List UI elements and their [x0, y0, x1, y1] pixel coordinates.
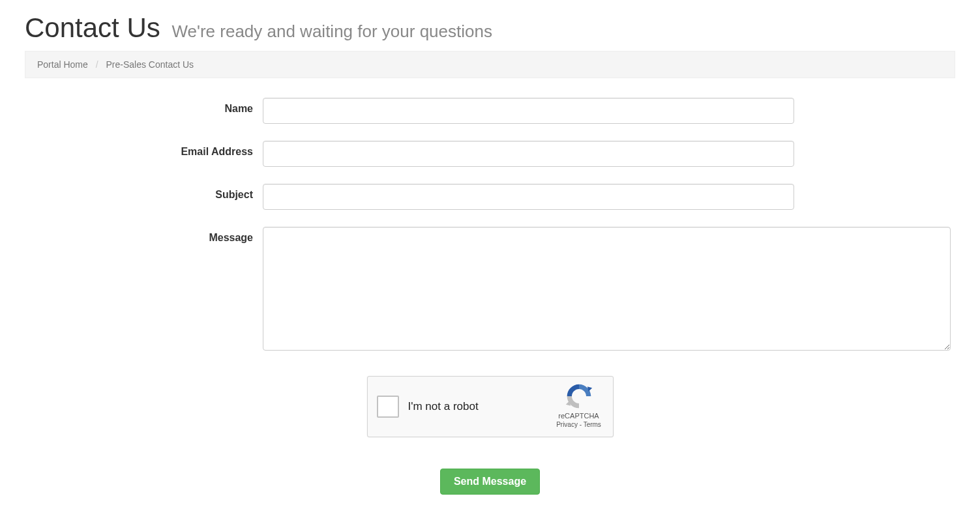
- recaptcha-links: Privacy - Terms: [553, 421, 605, 428]
- name-label: Name: [25, 98, 263, 115]
- name-input[interactable]: [263, 98, 794, 124]
- recaptcha-privacy-link[interactable]: Privacy: [556, 421, 578, 428]
- breadcrumb-separator: /: [96, 59, 98, 70]
- email-label: Email Address: [25, 141, 263, 158]
- message-textarea[interactable]: [263, 227, 951, 351]
- page-title-main: Contact Us: [25, 12, 160, 43]
- recaptcha-checkbox[interactable]: [377, 396, 399, 418]
- page-title: Contact Us We're ready and waiting for y…: [25, 12, 955, 44]
- recaptcha-link-separator: -: [578, 421, 584, 428]
- breadcrumb: Portal Home / Pre-Sales Contact Us: [25, 51, 955, 78]
- recaptcha-brand: reCAPTCHA: [553, 412, 605, 420]
- subject-input[interactable]: [263, 184, 794, 210]
- recaptcha-terms-link[interactable]: Terms: [584, 421, 601, 428]
- breadcrumb-current: Pre-Sales Contact Us: [106, 59, 194, 70]
- recaptcha-label: I'm not a robot: [408, 400, 479, 413]
- page-subtitle: We're ready and waiting for your questio…: [171, 22, 492, 41]
- breadcrumb-home-link[interactable]: Portal Home: [37, 59, 88, 70]
- send-message-button[interactable]: Send Message: [440, 469, 540, 495]
- message-label: Message: [25, 227, 263, 244]
- contact-form: Name Email Address Subject Message: [25, 98, 955, 495]
- recaptcha-widget: I'm not a robot reCAPTCHA Privacy - Term…: [367, 376, 614, 437]
- subject-label: Subject: [25, 184, 263, 201]
- email-input[interactable]: [263, 141, 794, 167]
- recaptcha-icon: [565, 382, 593, 411]
